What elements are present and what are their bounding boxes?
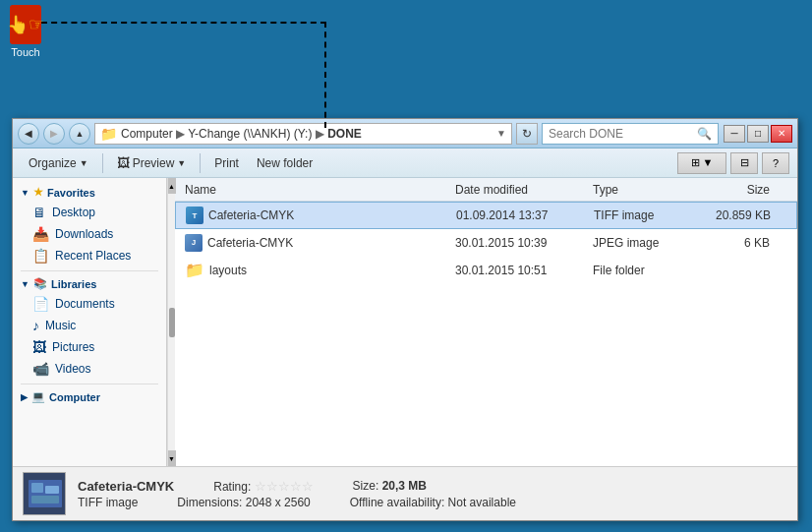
breadcrumb-done[interactable]: DONE (327, 127, 362, 141)
sidebar-item-videos[interactable]: 📹 Videos (13, 358, 166, 380)
file-list: T Cafeteria-CMYK 01.09.2014 13:37 TIFF i… (175, 202, 797, 466)
sidebar-item-music[interactable]: ♪ Music (13, 315, 166, 336)
preview-arrow-icon: ▼ (177, 158, 186, 168)
preview-button[interactable]: 🖼 Preview ▼ (109, 151, 195, 175)
help-icon: ? (773, 157, 779, 169)
column-type[interactable]: Type (593, 183, 691, 197)
dashed-arrow-line (41, 22, 326, 24)
title-bar-left: ◀ ▶ ▲ 📁 Computer ▶ Y-Change (\\ANKH) (Y:… (18, 123, 719, 145)
window-controls: ─ □ ✕ (724, 125, 792, 143)
sidebar-scroll-up-button[interactable]: ▲ (168, 178, 176, 194)
address-sep-2: ▶ (316, 127, 327, 141)
sidebar: ▼ ★ Favorites 🖥 Desktop 📥 Downloads 📋 (13, 178, 167, 466)
status-filename: Cafeteria-CMYK (78, 479, 174, 494)
preview-icon: 🖼 (117, 155, 130, 170)
sidebar-item-recent-places[interactable]: 📋 Recent Places (13, 245, 166, 266)
help-button[interactable]: ? (762, 152, 789, 174)
file-type-2: File folder (593, 264, 691, 277)
sidebar-section-libraries: ▼ 📚 Libraries 📄 Documents ♪ Music 🖼 (13, 274, 166, 380)
file-list-header: Name Date modified Type Size (175, 178, 797, 202)
tiff-icon-0: T (186, 207, 203, 224)
computer-arrow-icon: ▶ (21, 392, 28, 402)
refresh-button[interactable]: ↻ (516, 123, 538, 145)
favorites-star-icon: ★ (33, 186, 43, 199)
sidebar-divider-1 (21, 270, 158, 271)
sidebar-item-music-label: Music (45, 319, 76, 332)
file-size-0: 20.859 KB (692, 208, 771, 222)
file-name-cell-2: 📁 layouts (180, 261, 455, 279)
print-button[interactable]: Print (206, 151, 247, 175)
organize-button[interactable]: Organize ▼ (21, 151, 96, 175)
column-size[interactable]: Size (691, 183, 770, 197)
sidebar-item-desktop-label: Desktop (52, 206, 95, 219)
sidebar-section-computer: ▶ 💻 Computer (13, 387, 166, 406)
sidebar-section-favorites: ▼ ★ Favorites 🖥 Desktop 📥 Downloads 📋 (13, 183, 166, 266)
preview-pane-button[interactable]: ⊟ (730, 152, 758, 174)
organize-label: Organize (29, 156, 77, 170)
sidebar-scroll-down-button[interactable]: ▼ (168, 450, 176, 466)
sidebar-scroll-thumb[interactable] (169, 308, 175, 337)
documents-icon: 📄 (32, 296, 49, 312)
address-folder-icon: 📁 (100, 126, 117, 142)
file-row-0[interactable]: T Cafeteria-CMYK 01.09.2014 13:37 TIFF i… (175, 202, 797, 229)
breadcrumb-computer[interactable]: Computer (121, 127, 173, 141)
touch-label: Touch (10, 46, 41, 58)
status-thumbnail (23, 472, 66, 515)
jpeg-icon-1: J (185, 234, 203, 252)
sidebar-header-computer[interactable]: ▶ 💻 Computer (13, 387, 166, 406)
sidebar-scrollbar[interactable]: ▲ ▼ (167, 178, 175, 466)
sidebar-item-pictures[interactable]: 🖼 Pictures (13, 336, 166, 358)
status-info: Cafeteria-CMYK Rating: ☆☆☆☆☆ Size: 20,3 … (78, 479, 787, 509)
downloads-icon: 📥 (32, 226, 49, 242)
sidebar-item-videos-label: Videos (55, 362, 90, 376)
recent-places-icon: 📋 (32, 248, 49, 264)
sidebar-divider-2 (21, 384, 158, 384)
sidebar-item-documents-label: Documents (55, 297, 115, 311)
view-icon: ⊞ ▼ (691, 156, 714, 169)
sidebar-item-documents[interactable]: 📄 Documents (13, 293, 166, 315)
address-path: Computer ▶ Y-Change (\\ANKH) (Y:) ▶ DONE (121, 127, 362, 141)
svg-rect-3 (45, 486, 59, 494)
maximize-button[interactable]: □ (747, 125, 769, 143)
file-name-2: layouts (209, 264, 247, 277)
minimize-button[interactable]: ─ (724, 125, 745, 143)
computer-label: Computer (49, 391, 100, 403)
address-dropdown-icon[interactable]: ▼ (496, 128, 506, 139)
column-date-modified[interactable]: Date modified (455, 183, 593, 197)
music-icon: ♪ (32, 318, 39, 333)
sidebar-wrapper: ▼ ★ Favorites 🖥 Desktop 📥 Downloads 📋 (13, 178, 175, 466)
new-folder-button[interactable]: New folder (249, 151, 320, 175)
thumbnail-preview (24, 472, 65, 515)
search-bar[interactable]: 🔍 (542, 123, 719, 145)
file-type-1: JPEG image (593, 236, 691, 250)
up-button[interactable]: ▲ (69, 123, 90, 145)
sidebar-item-downloads[interactable]: 📥 Downloads (13, 223, 166, 245)
libraries-arrow-icon: ▼ (21, 279, 29, 289)
close-button[interactable]: ✕ (771, 125, 792, 143)
view-button[interactable]: ⊞ ▼ (677, 152, 726, 174)
libraries-icon: 📚 (33, 277, 47, 290)
column-name[interactable]: Name (180, 183, 455, 197)
title-bar: ◀ ▶ ▲ 📁 Computer ▶ Y-Change (\\ANKH) (Y:… (13, 119, 797, 148)
breadcrumb-ychange[interactable]: Y-Change (\\ANKH) (Y:) (188, 127, 312, 141)
forward-button[interactable]: ▶ (43, 123, 65, 145)
toolbar-separator-2 (200, 153, 201, 173)
svg-rect-2 (31, 483, 43, 493)
file-name-1: Cafeteria-CMYK (207, 236, 293, 250)
search-icon[interactable]: 🔍 (697, 127, 712, 141)
address-bar[interactable]: 📁 Computer ▶ Y-Change (\\ANKH) (Y:) ▶ DO… (94, 123, 512, 145)
sidebar-item-recent-label: Recent Places (55, 249, 131, 263)
file-row-1[interactable]: J Cafeteria-CMYK 30.01.2015 10:39 JPEG i… (175, 229, 797, 257)
file-row-2[interactable]: 📁 layouts 30.01.2015 10:51 File folder (175, 257, 797, 284)
print-label: Print (214, 156, 239, 170)
sidebar-header-libraries[interactable]: ▼ 📚 Libraries (13, 274, 166, 293)
sidebar-header-favorites[interactable]: ▼ ★ Favorites (13, 183, 166, 202)
toolbar-separator-1 (102, 153, 103, 173)
search-input[interactable] (549, 127, 693, 141)
back-button[interactable]: ◀ (18, 123, 39, 145)
file-type-0: TIFF image (594, 208, 692, 222)
touch-area: 👆 Touch (10, 5, 41, 58)
file-name-0: Cafeteria-CMYK (208, 208, 294, 222)
sidebar-item-desktop[interactable]: 🖥 Desktop (13, 202, 166, 223)
explorer-window: ◀ ▶ ▲ 📁 Computer ▶ Y-Change (\\ANKH) (Y:… (12, 118, 798, 521)
